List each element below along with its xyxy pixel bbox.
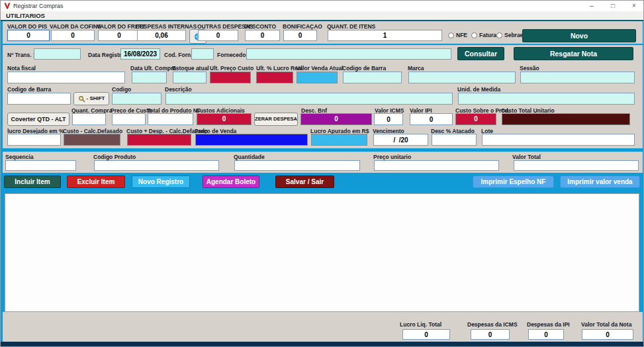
radio-fatura-dot [471,32,477,38]
desconto-label: DESCONTO [244,23,276,30]
title-bar: Registrar Compras – □ × [1,1,644,11]
custo-total-box [502,113,630,125]
bottom-border-strip [1,342,644,347]
fornecedor-input[interactable] [246,48,451,60]
resgatar-nota-button[interactable]: Resgatar Nota [514,47,633,60]
excluir-item-button[interactable]: Excluir Item [67,175,125,188]
codigo-produto-input[interactable] [94,160,219,171]
imprimir-venda-button[interactable]: Imprimir valor venda [560,175,640,188]
despesas-internas-input[interactable] [137,30,186,41]
descricao-label: Descrição [165,86,192,93]
codigo-barra-label: Codigo de Barra [7,86,51,93]
valor-cofins-input[interactable] [51,30,95,41]
desc-atacado-input[interactable] [432,134,477,146]
imprimir-espelho-button[interactable]: Imprimir Espelho NF [473,175,554,188]
desconto-input[interactable] [245,30,280,41]
cod-forn-input[interactable] [191,48,214,60]
agendar-boleto-button[interactable]: Agendar Boleto [203,175,259,188]
unid-medida-input[interactable] [458,93,635,105]
data-ult-compra-label: Data Ult. Compra [130,65,176,72]
quantidade-label: Quantidade [234,154,265,160]
menu-bar: UTILITARIOS [1,11,644,20]
quant-compra-input[interactable] [72,113,106,125]
shift-search-button[interactable]: - SHIFT [73,92,109,105]
items-grid[interactable] [5,193,639,312]
sequencia-label: Sequencia [5,154,34,160]
consultar-button[interactable]: Consultar [457,47,504,60]
magnifier-icon [78,95,85,103]
valor-venda-atual-label: Valor Venda Atual [296,65,344,72]
radio-fatura[interactable]: Fatura [471,32,496,38]
zerar-despesa-button[interactable]: ZERAR DESPESA [254,113,298,126]
valor-pis-label: VALOR DO PIS [7,23,47,30]
marca-input[interactable] [408,72,516,83]
menu-utilitarios[interactable]: UTILITARIOS [6,12,45,19]
salvar-sair-button[interactable]: Salvar / Sair [275,175,334,188]
lucro-liq-label: Lucro Liq. Total [400,321,441,328]
radio-sebrae[interactable]: Sebrae [496,32,523,38]
despesas-ipi-input[interactable] [528,329,564,340]
bonificacao-label: BONIFICAÇAO [283,23,322,30]
novo-registro-button[interactable]: Novo Registro [132,175,190,188]
bonificacao-input[interactable] [283,30,317,41]
outras-despesas-input[interactable] [198,30,238,41]
codigo-barra-info-input[interactable] [343,72,402,83]
codigo-input[interactable] [112,93,161,105]
marca-label: Marca [408,65,424,72]
lucro-desejado-input[interactable] [7,134,61,146]
n-trans-label: Nº Trans. : [7,52,35,58]
lote-input[interactable] [482,134,635,146]
descricao-input[interactable] [165,93,453,105]
radio-nfe-dot [448,32,454,38]
preco-unitario-label: Preço unitario [373,154,411,160]
radio-sebrae-label: Sebrae [504,32,523,38]
quantidade-input[interactable] [234,160,360,171]
minimize-icon[interactable]: – [581,1,602,11]
lucro-apurado-box [311,134,367,146]
estoque-atual-box [173,72,207,83]
valor-pis-input[interactable] [7,30,50,41]
lucro-liq-input[interactable] [402,329,450,340]
custos-adicionais-box: 0 [197,113,252,125]
ult-preco-custo-label: Ult. Preço Custo [210,65,253,72]
codigo-barra-input[interactable] [7,93,71,105]
data-ult-compra-box [132,72,167,83]
sequencia-input[interactable] [5,160,76,171]
quant-itens-label: QUANT. DE ITENS [327,23,375,30]
close-icon[interactable]: × [623,1,644,11]
valor-ipi-input[interactable] [410,113,453,125]
despesas-icms-input[interactable] [471,329,510,340]
preco-venda-box [195,134,308,146]
radio-nfe[interactable]: NFE [448,32,467,38]
valor-total-input[interactable] [514,160,639,171]
codigo-label: Codigo [112,86,131,93]
valor-icms-input[interactable] [374,113,403,125]
preco-unitario-input[interactable] [374,160,499,171]
ult-lucro-real-box [256,72,293,83]
vencimento-input[interactable] [373,134,428,146]
codigo-produto-label: Codigo Produto [93,154,136,160]
data-registro-input[interactable] [120,48,160,60]
total-produto-input[interactable] [148,113,193,125]
sessao-input[interactable] [520,72,635,83]
ult-preco-custo-box [210,72,251,83]
radio-nfe-label: NFE [456,32,467,38]
window-controls: – □ × [581,1,644,11]
restore-icon[interactable]: □ [602,1,623,11]
n-trans-input[interactable] [34,48,81,60]
valor-cofins-label: VALOR DA COFINS [50,23,101,30]
despesas-icms-label: Despesas da ICMS [467,321,518,328]
converter-qtd-button[interactable]: Coverter QTD - ALT [7,113,69,126]
preco-custo-input[interactable] [112,113,146,125]
sessao-label: Sessão [520,65,539,72]
valor-total-label: Valor Total [512,154,541,160]
window-title: Registrar Compras [13,3,64,9]
incluir-item-button[interactable]: Incluir Item [4,175,61,188]
quant-itens-input[interactable] [328,30,442,41]
nota-fiscal-input[interactable] [7,72,125,83]
valor-venda-atual-box [297,72,338,83]
valor-total-nota-input[interactable] [582,329,633,340]
cod-forn-label: Cod. Forn.: [164,52,194,58]
novo-button[interactable]: Novo [522,29,636,42]
valor-frete-input[interactable] [98,30,140,41]
